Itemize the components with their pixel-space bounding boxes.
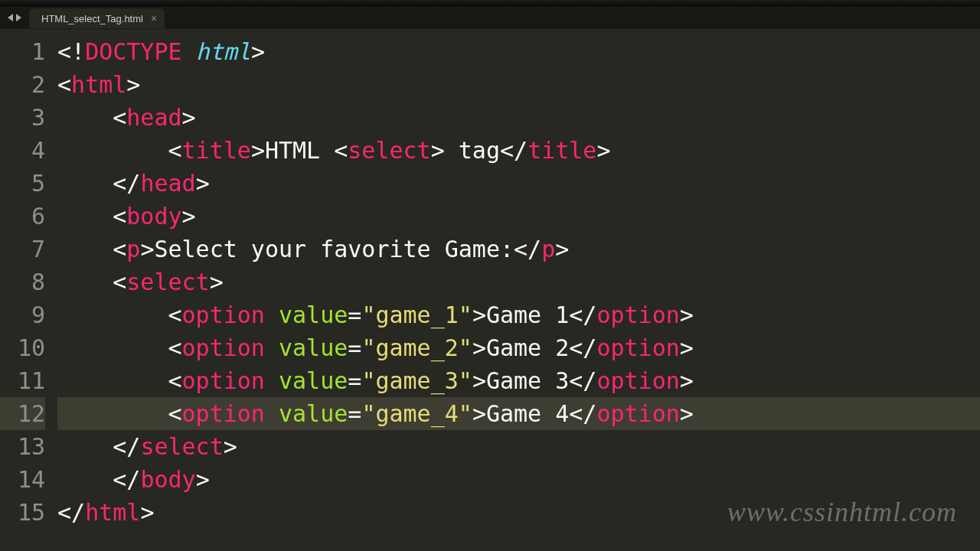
code-line: <title>HTML <select> tag</title> — [57, 134, 980, 167]
code-line: <option value="game_3">Game 3</option> — [57, 364, 980, 397]
line-number: 5 — [0, 167, 45, 200]
line-number: 9 — [0, 298, 45, 331]
window-titlebar — [0, 0, 980, 6]
line-number: 4 — [0, 134, 45, 167]
close-icon[interactable]: × — [151, 13, 157, 24]
file-tab-label: HTML_select_Tag.html — [41, 13, 143, 24]
line-number: 12 — [0, 397, 45, 430]
code-line: <option value="game_2">Game 2</option> — [57, 331, 980, 364]
code-line: <select> — [57, 266, 980, 298]
line-number: 7 — [0, 233, 45, 266]
code-line: </body> — [57, 463, 980, 496]
line-number: 3 — [0, 101, 45, 134]
line-number: 2 — [0, 68, 45, 101]
line-number-gutter: 123456789101112131415 — [0, 29, 57, 551]
line-number: 1 — [0, 35, 45, 68]
line-number: 14 — [0, 463, 45, 496]
code-line: <body> — [57, 200, 980, 233]
code-editor[interactable]: 123456789101112131415 <!DOCTYPE html><ht… — [0, 29, 980, 551]
code-line: <!DOCTYPE html> — [57, 35, 980, 68]
tab-nav-left-icon[interactable] — [8, 14, 13, 21]
tab-bar: HTML_select_Tag.html × — [0, 6, 980, 29]
file-tab[interactable]: HTML_select_Tag.html × — [29, 8, 165, 28]
code-line: <html> — [57, 68, 980, 101]
line-number: 11 — [0, 364, 45, 397]
code-line: </select> — [57, 430, 980, 463]
code-line: </html> — [57, 496, 980, 529]
code-line: <option value="game_4">Game 4</option> — [57, 397, 980, 430]
code-line: </head> — [57, 167, 980, 200]
tab-nav-arrows — [0, 6, 29, 28]
line-number: 6 — [0, 200, 45, 233]
code-line: <p>Select your favorite Game:</p> — [57, 233, 980, 266]
code-area[interactable]: <!DOCTYPE html><html> <head> <title>HTML… — [57, 29, 980, 551]
line-number: 15 — [0, 496, 45, 529]
tab-nav-right-icon[interactable] — [16, 14, 21, 21]
code-line: <head> — [57, 101, 980, 134]
line-number: 13 — [0, 430, 45, 463]
line-number: 10 — [0, 331, 45, 364]
line-number: 8 — [0, 266, 45, 298]
code-line: <option value="game_1">Game 1</option> — [57, 298, 980, 331]
